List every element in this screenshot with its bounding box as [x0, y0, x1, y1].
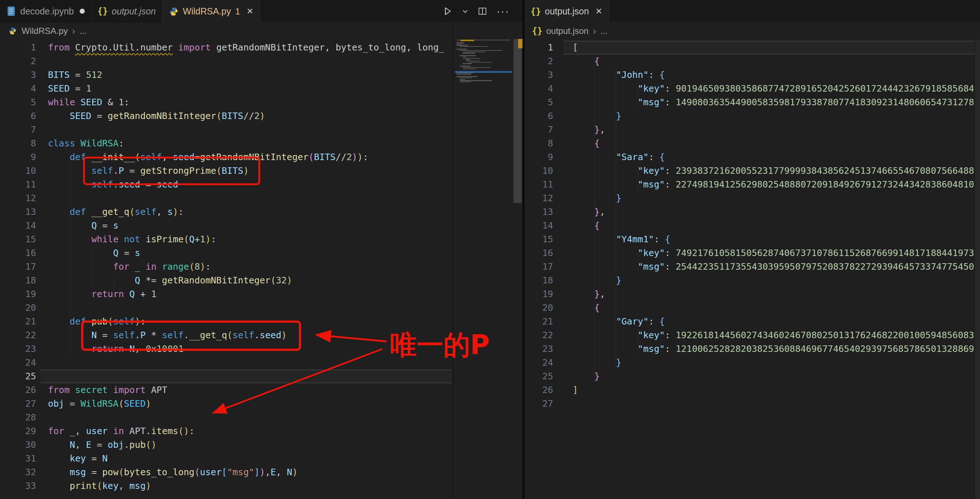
json-icon: {} — [533, 26, 542, 36]
code-line[interactable]: 24 } — [525, 356, 974, 370]
code-text: }, — [573, 123, 605, 137]
run-dropdown-chevron-icon[interactable] — [462, 8, 468, 14]
code-line[interactable]: 32 msg = pow(bytes_to_long(user["msg"]),… — [0, 466, 452, 479]
line-number: 22 — [0, 329, 36, 342]
code-line[interactable]: 4 "key": 9019465093803586877472891652042… — [525, 82, 974, 95]
run-button[interactable] — [442, 6, 452, 16]
tab-wildrsa-py[interactable]: WildRSA.py 1 ✕ — [162, 0, 260, 23]
code-line[interactable]: 7 }, — [525, 123, 974, 137]
line-number: 12 — [0, 191, 36, 205]
code-line[interactable]: 2 { — [525, 54, 974, 68]
code-line[interactable]: 8 { — [525, 137, 974, 150]
code-text: { — [573, 54, 600, 68]
code-line[interactable]: 29for _, user in APT.items(): — [0, 424, 452, 438]
close-icon[interactable]: ✕ — [247, 6, 253, 16]
code-line[interactable]: 23 return N, 0x10001 — [0, 342, 452, 356]
tab-decode-ipynb[interactable]: decode.ipynb — [0, 0, 92, 22]
code-line[interactable]: 1[ — [525, 41, 974, 54]
code-line[interactable]: 14 { — [525, 219, 974, 232]
code-line[interactable]: 20 { — [525, 301, 974, 315]
code-line[interactable]: 17 "msg": 254422351173554303959507975208… — [525, 260, 974, 274]
code-text: "key": 749217610581505628740673710786115… — [573, 246, 974, 260]
code-line[interactable]: 21 "Gary": { — [525, 315, 974, 329]
code-line[interactable]: 21 def pub(self): — [0, 315, 452, 329]
minimap[interactable] — [455, 40, 512, 90]
breadcrumb-file[interactable]: output.json — [546, 26, 589, 36]
code-text: "key": 239383721620055231779999384385624… — [573, 164, 974, 178]
minimap-warning-highlight — [460, 40, 474, 41]
tab-output-json-right[interactable]: {} output.json ✕ — [525, 0, 609, 23]
code-line[interactable]: 33 print(key, msg) — [0, 479, 452, 493]
code-line[interactable]: 26] — [525, 383, 974, 397]
code-line[interactable]: 25 — [0, 370, 452, 383]
code-line[interactable]: 12 } — [525, 191, 974, 205]
unsaved-dot-icon[interactable] — [80, 9, 85, 14]
line-number: 2 — [525, 54, 553, 68]
vertical-scrollbar[interactable] — [975, 40, 980, 499]
code-line[interactable]: 9 def __init__(self, seed=getRandomNBitI… — [0, 150, 452, 164]
code-line[interactable]: 27 — [525, 397, 974, 411]
code-editor-python[interactable]: 1from Crypto.Util.number import getRando… — [0, 41, 452, 499]
code-line[interactable]: 20 — [0, 301, 452, 315]
code-editor-json[interactable]: 1[2 {3 "John": {4 "key": 901946509380358… — [525, 41, 974, 499]
code-line[interactable]: 19 return Q + 1 — [0, 288, 452, 301]
scrollbar-thumb[interactable] — [514, 39, 522, 203]
more-actions-button[interactable]: ··· — [496, 5, 509, 17]
code-line[interactable]: 2 — [0, 54, 452, 68]
split-editor-button[interactable] — [478, 6, 487, 16]
code-line[interactable]: 9 "Sara": { — [525, 150, 974, 164]
code-line[interactable]: 22 N = self.P * self.__get_q(self.seed) — [0, 329, 452, 342]
code-line[interactable]: 12 — [0, 191, 452, 205]
code-line[interactable]: 11 "msg": 227498194125629802548880720918… — [525, 178, 974, 191]
code-line[interactable]: 18 Q *= getRandomNBitInteger(32) — [0, 274, 452, 288]
code-line[interactable]: 16 Q = s — [0, 246, 452, 260]
code-line[interactable]: 11 self.seed = seed — [0, 178, 452, 191]
code-line[interactable]: 5while SEED & 1: — [0, 95, 452, 109]
code-text: while not isPrime(Q+1): — [48, 232, 216, 246]
minimap-line — [460, 46, 487, 47]
code-line[interactable]: 27obj = WildRSA(SEED) — [0, 397, 452, 411]
code-line[interactable]: 13 }, — [525, 205, 974, 219]
tab-output-json-left[interactable]: {} output.json — [92, 0, 162, 22]
code-line[interactable]: 17 for _ in range(8): — [0, 260, 452, 274]
code-line[interactable]: 24 — [0, 356, 452, 370]
code-line[interactable]: 15 while not isPrime(Q+1): — [0, 232, 452, 246]
code-line[interactable]: 6 SEED = getRandomNBitInteger(BITS//2) — [0, 109, 452, 123]
code-line[interactable]: 14 Q = s — [0, 219, 452, 232]
line-number: 11 — [0, 178, 36, 191]
breadcrumb-right[interactable]: {} output.json › ... — [525, 22, 980, 40]
code-line[interactable]: 6 } — [525, 109, 974, 123]
code-line[interactable]: 19 }, — [525, 288, 974, 301]
code-line[interactable]: 18 } — [525, 274, 974, 288]
minimap-line — [460, 55, 476, 56]
code-line[interactable]: 4SEED = 1 — [0, 82, 452, 95]
code-line[interactable]: 8class WildRSA: — [0, 137, 452, 150]
breadcrumb-left[interactable]: WildRSA.py › ... — [0, 22, 522, 40]
code-line[interactable]: 1from Crypto.Util.number import getRando… — [0, 41, 452, 54]
code-line[interactable]: 5 "msg": 1490803635449005835981793387807… — [525, 95, 974, 109]
code-line[interactable]: 25 } — [525, 370, 974, 383]
code-line[interactable]: 10 "key": 239383721620055231779999384385… — [525, 164, 974, 178]
code-line[interactable]: 15 "Y4mm1": { — [525, 232, 974, 246]
code-line[interactable]: 16 "key": 749217610581505628740673710786… — [525, 246, 974, 260]
line-number: 2 — [0, 54, 36, 68]
code-line[interactable]: 28 — [0, 411, 452, 424]
code-line[interactable]: 3BITS = 512 — [0, 68, 452, 82]
vertical-scrollbar[interactable] — [512, 22, 522, 499]
breadcrumb-more[interactable]: ... — [80, 26, 87, 36]
code-line[interactable]: 3 "John": { — [525, 68, 974, 82]
minimap-line — [457, 44, 463, 44]
code-line[interactable]: 22 "key": 192261814456027434602467080250… — [525, 329, 974, 342]
code-line[interactable]: 7 — [0, 123, 452, 137]
breadcrumb-more[interactable]: ... — [600, 26, 608, 36]
code-text: { — [573, 137, 600, 150]
code-line[interactable]: 26from secret import APT — [0, 383, 452, 397]
code-line[interactable]: 10 self.P = getStrongPrime(BITS) — [0, 164, 452, 178]
breadcrumb-file[interactable]: WildRSA.py — [22, 26, 68, 36]
close-icon[interactable]: ✕ — [595, 6, 602, 16]
code-line[interactable]: 31 key = N — [0, 452, 452, 466]
code-line[interactable]: 30 N, E = obj.pub() — [0, 438, 452, 452]
code-line[interactable]: 13 def __get_q(self, s): — [0, 205, 452, 219]
code-line[interactable]: 23 "msg": 121006252828203825360884696774… — [525, 342, 974, 356]
line-number: 15 — [525, 232, 553, 246]
